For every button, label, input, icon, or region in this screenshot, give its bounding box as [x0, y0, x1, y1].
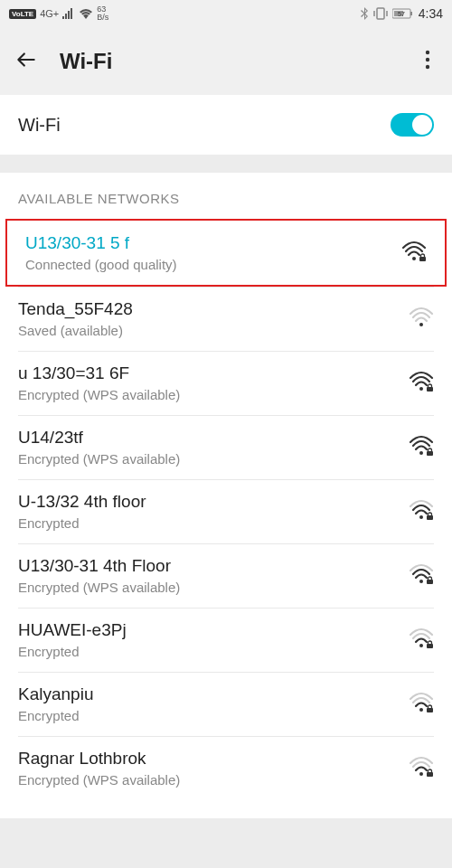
svg-rect-28 [427, 708, 433, 712]
network-info: HUAWEI-e3Pj Encrypted [18, 620, 409, 659]
status-bar: VoLTE 4G+ 63 B/s 57 4:34 [0, 0, 452, 27]
network-name: Kalyanpiu [18, 684, 409, 704]
bluetooth-icon [360, 7, 369, 20]
network-info: U-13/32 4th floor Encrypted [18, 492, 409, 531]
svg-rect-20 [427, 451, 433, 456]
svg-rect-22 [427, 515, 433, 520]
section-header: AVAILABLE NETWORKS [0, 173, 452, 219]
wifi-status-icon [79, 8, 93, 19]
network-info: Tenda_55F428 Saved (available) [18, 299, 409, 338]
wifi-signal-icon [409, 756, 434, 781]
svg-point-14 [412, 257, 416, 260]
svg-rect-0 [62, 16, 64, 19]
svg-point-12 [426, 57, 429, 61]
svg-rect-24 [427, 580, 433, 584]
wifi-signal-icon [409, 692, 434, 717]
network-name: U-13/32 4th floor [18, 492, 409, 512]
network-name: U13/30-31 5 f [25, 233, 401, 253]
network-status: Encrypted [18, 515, 409, 531]
wifi-signal-icon [409, 627, 434, 653]
svg-rect-18 [427, 387, 433, 392]
network-status: Encrypted [18, 644, 409, 659]
network-status: Encrypted (WPS available) [18, 580, 409, 595]
wifi-signal-icon [409, 563, 434, 589]
wifi-toggle-label: Wi-Fi [18, 115, 61, 136]
network-info: u 13/30=31 6F Encrypted (WPS available) [18, 363, 409, 402]
more-vertical-icon [425, 50, 430, 70]
battery-icon: 57 [392, 8, 414, 19]
network-name: U13/30-31 4th Floor [18, 556, 409, 576]
wifi-signal-icon [401, 241, 427, 266]
svg-point-21 [419, 515, 423, 519]
network-name: HUAWEI-e3Pj [18, 620, 409, 640]
volte-badge: VoLTE [9, 9, 36, 19]
overflow-menu-button[interactable] [418, 42, 438, 80]
wifi-toggle-row: Wi-Fi [0, 95, 452, 155]
svg-rect-8 [410, 12, 412, 15]
signal-type: 4G+ [40, 8, 59, 19]
network-info: Ragnar Lothbrok Encrypted (WPS available… [18, 749, 409, 788]
svg-rect-3 [71, 8, 72, 19]
svg-rect-26 [427, 644, 433, 648]
network-row[interactable]: U-13/32 4th floor Encrypted [0, 479, 452, 543]
network-name: U14/23tf [18, 428, 409, 448]
network-row[interactable]: u 13/30=31 6F Encrypted (WPS available) [0, 351, 452, 415]
network-status: Encrypted (WPS available) [18, 387, 409, 402]
svg-point-27 [419, 708, 423, 712]
network-info: U14/23tf Encrypted (WPS available) [18, 428, 409, 467]
svg-point-11 [426, 50, 429, 53]
page-title: Wi-Fi [60, 49, 418, 74]
network-row[interactable]: U13/30-31 5 f Connected (good quality) [5, 219, 447, 287]
svg-point-29 [419, 772, 423, 776]
network-status: Saved (available) [18, 323, 409, 338]
network-info: U13/30-31 4th Floor Encrypted (WPS avail… [18, 556, 409, 595]
network-row[interactable]: Kalyanpiu Encrypted [0, 672, 452, 736]
network-row[interactable]: U13/30-31 4th Floor Encrypted (WPS avail… [0, 543, 452, 608]
arrow-left-icon [14, 48, 38, 71]
svg-point-17 [419, 387, 423, 391]
network-status: Encrypted [18, 708, 409, 723]
speed-unit: B/s [97, 14, 108, 22]
network-name: Ragnar Lothbrok [18, 749, 409, 769]
network-row[interactable]: HUAWEI-e3Pj Encrypted [0, 608, 452, 672]
network-status: Connected (good quality) [25, 257, 401, 272]
signal-bars-icon [62, 8, 75, 19]
network-name: Tenda_55F428 [18, 299, 409, 319]
wifi-signal-icon [409, 371, 434, 396]
network-info: Kalyanpiu Encrypted [18, 684, 409, 723]
wifi-toggle[interactable] [391, 113, 434, 137]
network-row[interactable]: U14/23tf Encrypted (WPS available) [0, 415, 452, 479]
back-button[interactable] [14, 48, 38, 75]
network-status: Encrypted (WPS available) [18, 772, 409, 788]
svg-text:57: 57 [398, 11, 405, 17]
svg-point-23 [419, 580, 423, 583]
svg-rect-15 [419, 257, 426, 261]
svg-point-13 [426, 64, 429, 68]
network-name: u 13/30=31 6F [18, 363, 409, 383]
network-status: Encrypted (WPS available) [18, 451, 409, 467]
svg-rect-30 [427, 772, 433, 777]
svg-point-16 [419, 323, 423, 326]
wifi-signal-icon [409, 435, 434, 460]
network-row[interactable]: Tenda_55F428 Saved (available) [0, 287, 452, 351]
status-time: 4:34 [419, 6, 443, 21]
wifi-signal-icon [409, 499, 434, 524]
svg-point-19 [419, 451, 423, 455]
svg-point-25 [419, 644, 423, 647]
network-info: U13/30-31 5 f Connected (good quality) [25, 233, 401, 272]
app-header: Wi-Fi [0, 27, 452, 95]
svg-rect-1 [65, 14, 67, 19]
svg-rect-2 [68, 11, 70, 19]
svg-rect-4 [377, 8, 384, 19]
vibrate-icon [373, 7, 388, 20]
wifi-signal-icon [409, 307, 434, 332]
network-row[interactable]: Ragnar Lothbrok Encrypted (WPS available… [0, 736, 452, 800]
networks-list: AVAILABLE NETWORKS U13/30-31 5 f Connect… [0, 173, 452, 818]
